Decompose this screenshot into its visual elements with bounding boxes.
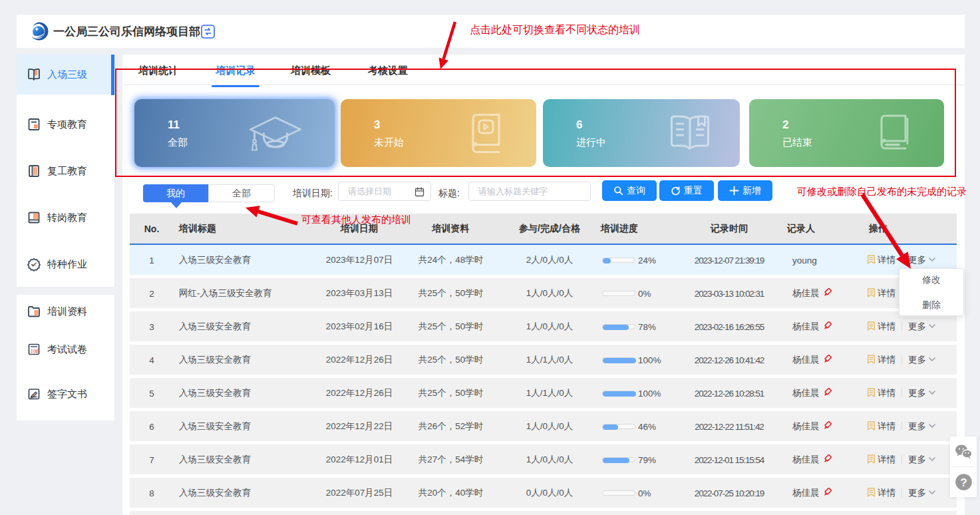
svg-text:?: ? bbox=[960, 476, 967, 489]
